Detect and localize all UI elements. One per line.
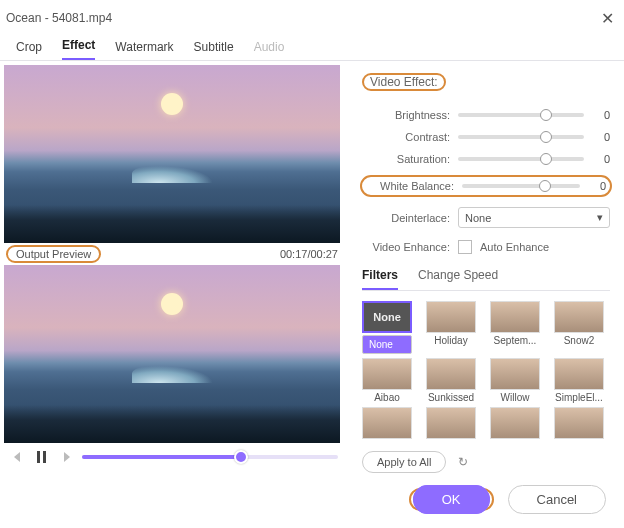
tab-bar: Crop Effect Watermark Subtitle Audio bbox=[0, 34, 624, 61]
saturation-value: 0 bbox=[592, 153, 610, 165]
filter-thumb-9[interactable] bbox=[426, 407, 476, 439]
filter-thumb-None[interactable]: None bbox=[362, 301, 412, 333]
close-icon[interactable]: ✕ bbox=[601, 9, 614, 28]
svg-rect-0 bbox=[37, 451, 40, 463]
filter-thumb-Septem...[interactable] bbox=[490, 301, 540, 333]
white-balance-slider[interactable] bbox=[462, 184, 580, 188]
filter-thumb-Holiday[interactable] bbox=[426, 301, 476, 333]
next-frame-icon[interactable] bbox=[58, 449, 74, 465]
filter-thumb-Aibao[interactable] bbox=[362, 358, 412, 390]
white-balance-value: 0 bbox=[588, 180, 606, 192]
white-balance-label: White Balance: bbox=[366, 180, 454, 192]
filter-thumb-8[interactable] bbox=[362, 407, 412, 439]
brightness-label: Brightness: bbox=[362, 109, 450, 121]
contrast-label: Contrast: bbox=[362, 131, 450, 143]
auto-enhance-label: Auto Enhance bbox=[480, 241, 549, 253]
filter-label: Snow2 bbox=[554, 335, 604, 346]
subtab-change-speed[interactable]: Change Speed bbox=[418, 268, 498, 290]
subtab-filters[interactable]: Filters bbox=[362, 268, 398, 290]
saturation-label: Saturation: bbox=[362, 153, 450, 165]
prev-frame-icon[interactable] bbox=[10, 449, 26, 465]
filter-thumb-Sunkissed[interactable] bbox=[426, 358, 476, 390]
cancel-button[interactable]: Cancel bbox=[508, 485, 606, 514]
tab-effect[interactable]: Effect bbox=[62, 38, 95, 60]
svg-rect-1 bbox=[43, 451, 46, 463]
contrast-slider[interactable] bbox=[458, 135, 584, 139]
apply-to-all-button[interactable]: Apply to All bbox=[362, 451, 446, 473]
contrast-value: 0 bbox=[592, 131, 610, 143]
tab-crop[interactable]: Crop bbox=[16, 40, 42, 60]
filter-thumb-11[interactable] bbox=[554, 407, 604, 439]
brightness-slider[interactable] bbox=[458, 113, 584, 117]
filter-label: Septem... bbox=[490, 335, 540, 346]
filter-label: None bbox=[362, 335, 412, 354]
filter-thumb-Snow2[interactable] bbox=[554, 301, 604, 333]
filter-thumb-Willow[interactable] bbox=[490, 358, 540, 390]
filter-label: Willow bbox=[490, 392, 540, 403]
filter-label: Aibao bbox=[362, 392, 412, 403]
playback-slider[interactable] bbox=[82, 455, 338, 459]
window-title: Ocean - 54081.mp4 bbox=[6, 11, 112, 25]
chevron-down-icon: ▾ bbox=[597, 211, 603, 224]
deinterlace-label: Deinterlace: bbox=[362, 212, 450, 224]
tab-audio: Audio bbox=[254, 40, 285, 60]
refresh-icon[interactable]: ↻ bbox=[458, 455, 468, 469]
filter-label: Sunkissed bbox=[426, 392, 476, 403]
video-effect-heading: Video Effect: bbox=[362, 73, 446, 91]
filter-thumb-10[interactable] bbox=[490, 407, 540, 439]
filter-thumb-SimpleEl...[interactable] bbox=[554, 358, 604, 390]
filter-label: Holiday bbox=[426, 335, 476, 346]
time-display: 00:17/00:27 bbox=[280, 248, 338, 260]
tab-watermark[interactable]: Watermark bbox=[115, 40, 173, 60]
video-enhance-label: Video Enhance: bbox=[362, 241, 450, 253]
brightness-value: 0 bbox=[592, 109, 610, 121]
ok-button[interactable]: OK bbox=[413, 485, 490, 514]
filter-label: SimpleEl... bbox=[554, 392, 604, 403]
preview-output bbox=[4, 265, 340, 443]
preview-original bbox=[4, 65, 340, 243]
auto-enhance-checkbox[interactable] bbox=[458, 240, 472, 254]
tab-subtitle[interactable]: Subtitle bbox=[194, 40, 234, 60]
saturation-slider[interactable] bbox=[458, 157, 584, 161]
pause-icon[interactable] bbox=[34, 449, 50, 465]
filter-grid: NoneNoneHolidaySeptem...Snow2AibaoSunkis… bbox=[362, 301, 610, 441]
deinterlace-value: None bbox=[465, 212, 491, 224]
output-preview-label: Output Preview bbox=[6, 245, 101, 263]
deinterlace-select[interactable]: None ▾ bbox=[458, 207, 610, 228]
